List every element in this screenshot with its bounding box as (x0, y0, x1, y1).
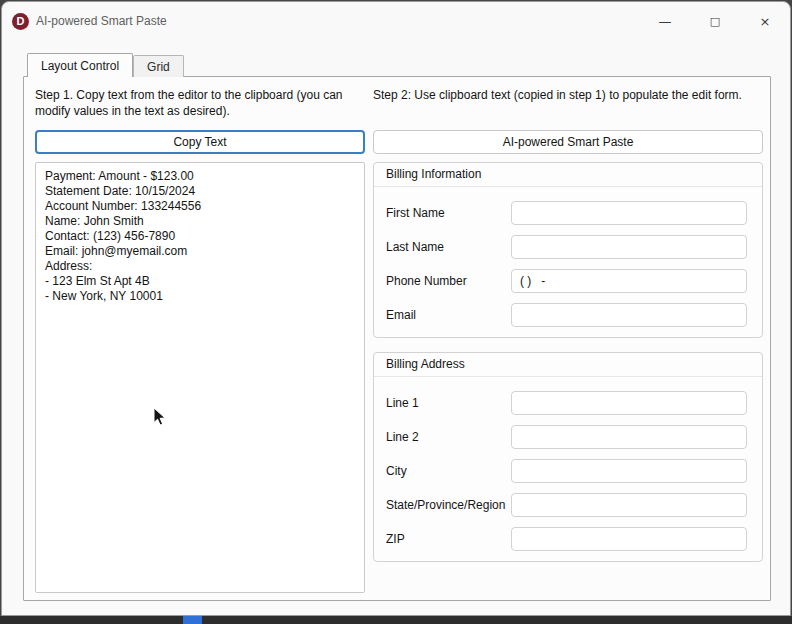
billing-information-group: Billing Information First Name Last Name… (373, 162, 763, 338)
field-row-email: Email (386, 303, 747, 327)
zip-input[interactable] (511, 527, 747, 551)
state-province-region-input[interactable] (511, 493, 747, 517)
field-row-last-name: Last Name (386, 235, 747, 259)
last-name-label: Last Name (386, 240, 511, 254)
billing-information-title: Billing Information (374, 163, 762, 187)
last-name-input[interactable] (511, 235, 747, 259)
phone-number-label: Phone Number (386, 274, 511, 288)
editor-line: Statement Date: 10/15/2024 (45, 184, 355, 199)
first-name-input[interactable] (511, 201, 747, 225)
line2-label: Line 2 (386, 430, 511, 444)
line1-input[interactable] (511, 391, 747, 415)
zip-label: ZIP (386, 532, 511, 546)
maximize-button[interactable]: □ (690, 2, 740, 40)
state-province-region-label: State/Province/Region (386, 498, 511, 512)
field-row-first-name: First Name (386, 201, 747, 225)
billing-information-fields: First Name Last Name Phone Number Email (374, 187, 762, 327)
app-window: D AI-powered Smart Paste — □ × Layout Co… (1, 1, 791, 616)
taskbar-item[interactable] (183, 616, 202, 624)
app-logo-icon: D (12, 13, 29, 30)
titlebar: D AI-powered Smart Paste — □ × (2, 2, 790, 40)
email-label: Email (386, 308, 511, 322)
field-row-zip: ZIP (386, 527, 747, 551)
minimize-icon: — (659, 14, 672, 29)
maximize-icon: □ (710, 15, 720, 28)
copy-text-button[interactable]: Copy Text (35, 130, 365, 154)
line2-input[interactable] (511, 425, 747, 449)
clipboard-text-editor[interactable]: Payment: Amount - $123.00 Statement Date… (35, 162, 365, 593)
line1-label: Line 1 (386, 396, 511, 410)
editor-line: Name: John Smith (45, 214, 355, 229)
billing-address-group: Billing Address Line 1 Line 2 City State… (373, 352, 763, 562)
close-button[interactable]: × (740, 2, 790, 40)
field-row-phone-number: Phone Number (386, 269, 747, 293)
smart-paste-button[interactable]: AI-powered Smart Paste (373, 130, 763, 154)
editor-line: Contact: (123) 456-7890 (45, 229, 355, 244)
step1-instruction: Step 1. Copy text from the editor to the… (35, 87, 369, 119)
field-row-line1: Line 1 (386, 391, 747, 415)
email-input[interactable] (511, 303, 747, 327)
minimize-button[interactable]: — (640, 2, 690, 40)
editor-line: Account Number: 133244556 (45, 199, 355, 214)
editor-line: Address: (45, 259, 355, 274)
window-controls: — □ × (640, 2, 790, 40)
field-row-line2: Line 2 (386, 425, 747, 449)
tabstrip: Layout Control Grid (27, 53, 184, 77)
city-input[interactable] (511, 459, 747, 483)
billing-address-fields: Line 1 Line 2 City State/Province/Region… (374, 377, 762, 551)
field-row-city: City (386, 459, 747, 483)
phone-number-input[interactable] (511, 269, 747, 293)
editor-line: - 123 Elm St Apt 4B (45, 274, 355, 289)
billing-address-title: Billing Address (374, 353, 762, 377)
tab-grid[interactable]: Grid (133, 55, 184, 77)
editor-line: - New York, NY 10001 (45, 289, 355, 304)
close-icon: × (760, 14, 771, 29)
editor-line: Email: john@myemail.com (45, 244, 355, 259)
step2-instruction: Step 2: Use clipboard text (copied in st… (373, 87, 771, 103)
taskbar (0, 616, 792, 624)
first-name-label: First Name (386, 206, 511, 220)
editor-line: Payment: Amount - $123.00 (45, 169, 355, 184)
tab-layout-control[interactable]: Layout Control (27, 53, 133, 77)
field-row-state-province-region: State/Province/Region (386, 493, 747, 517)
window-title: AI-powered Smart Paste (36, 14, 167, 28)
city-label: City (386, 464, 511, 478)
layout-control-panel: Step 1. Copy text from the editor to the… (23, 76, 771, 601)
